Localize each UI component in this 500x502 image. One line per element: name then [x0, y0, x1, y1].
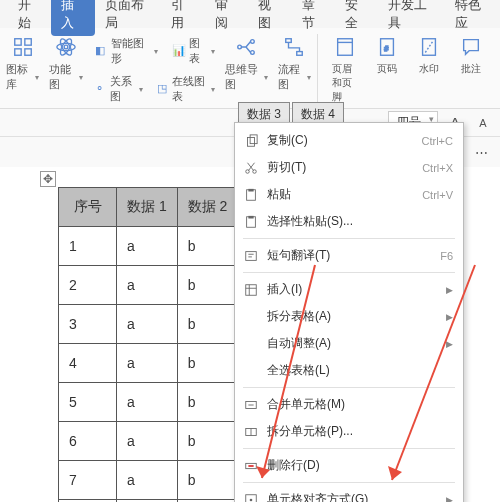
menu-tabs: 开始插入页面布局引用审阅视图章节安全开发工具特色应	[0, 0, 500, 28]
tab-5[interactable]: 视图	[248, 0, 291, 36]
ribbon-group-func[interactable]: 功能图▾	[49, 34, 82, 106]
ctx-G[interactable]: 单元格对齐方式(G)▶	[235, 486, 463, 502]
svg-rect-11	[286, 39, 292, 43]
svg-point-10	[251, 51, 255, 55]
table-row[interactable]: 1ab	[59, 227, 238, 266]
decrease-font-button[interactable]: A	[472, 112, 494, 134]
svg-point-33	[250, 498, 253, 501]
merge-icon	[243, 397, 259, 413]
ctx-A[interactable]: 自动调整(A)▶	[235, 330, 463, 357]
split-icon	[243, 424, 259, 440]
ctx-T[interactable]: 短句翻译(T)F6	[235, 242, 463, 269]
paste2-icon	[243, 214, 259, 230]
mind-icon	[233, 34, 259, 60]
blank-icon	[243, 336, 259, 352]
ribbon-group-iconlib[interactable]: 图标库▾	[6, 34, 39, 106]
table-header[interactable]: 数据 2	[177, 188, 238, 227]
shapes-icon: ◧	[95, 44, 109, 59]
svg-point-9	[251, 40, 255, 44]
ctx-P[interactable]: 拆分单元格(P)...	[235, 418, 463, 445]
svg-rect-24	[248, 188, 253, 191]
ctx-M[interactable]: 合并单元格(M)	[235, 391, 463, 418]
svg-line-18	[425, 42, 432, 53]
svg-rect-17	[423, 39, 436, 56]
table-row[interactable]: 2ab	[59, 266, 238, 305]
watermark-button[interactable]: 水印	[416, 34, 442, 106]
paste-icon	[243, 187, 259, 203]
table-header[interactable]: 序号	[59, 188, 117, 227]
svg-rect-0	[14, 39, 20, 45]
blank-icon	[243, 363, 259, 379]
svg-rect-28	[246, 284, 257, 295]
submenu-arrow-icon: ▶	[446, 495, 453, 503]
pagenum-icon: #	[374, 34, 400, 60]
tab-9[interactable]: 特色应	[445, 0, 500, 36]
table-row[interactable]: 4ab	[59, 344, 238, 383]
flow-icon	[281, 34, 307, 60]
svg-point-5	[57, 43, 75, 50]
tab-4[interactable]: 审阅	[205, 0, 248, 36]
mindmap-button[interactable]: 思维导图▾	[225, 34, 268, 106]
ctx-T[interactable]: 剪切(T)Ctrl+X	[235, 154, 463, 181]
align-icon	[243, 492, 259, 503]
label: 图标库	[6, 62, 33, 92]
svg-rect-20	[250, 134, 257, 143]
online-chart-button[interactable]: ◳在线图表▾	[155, 72, 217, 106]
comment-icon	[458, 34, 484, 60]
blank-icon	[243, 309, 259, 325]
svg-rect-27	[246, 251, 257, 260]
relation-button[interactable]: ⚬关系图▾	[93, 72, 145, 106]
grid-icon	[10, 34, 36, 60]
svg-text:#: #	[384, 44, 389, 53]
chevron-down-icon: ▾	[79, 73, 83, 82]
context-menu: 复制(C)Ctrl+C剪切(T)Ctrl+X粘贴Ctrl+V选择性粘贴(S)..…	[234, 122, 464, 502]
table-row[interactable]: 7ab	[59, 461, 238, 500]
submenu-arrow-icon: ▶	[446, 312, 453, 322]
table-row[interactable]: 6ab	[59, 422, 238, 461]
tab-6[interactable]: 章节	[292, 0, 335, 36]
svg-rect-32	[246, 494, 257, 502]
watermark-icon	[416, 34, 442, 60]
ctx-D[interactable]: 删除行(D)	[235, 452, 463, 479]
ctx-A[interactable]: 拆分表格(A)▶	[235, 303, 463, 330]
more-button[interactable]: ⋯	[470, 141, 492, 163]
smart-shapes-button[interactable]: ◧智能图形▾	[93, 34, 160, 68]
chart-button[interactable]: 📊图表▾	[170, 34, 217, 68]
tab-1[interactable]: 插入	[51, 0, 94, 36]
label: 功能图	[49, 62, 76, 92]
ctx-I[interactable]: 插入(I)▶	[235, 276, 463, 303]
table-move-handle[interactable]: ✥	[40, 171, 56, 187]
svg-rect-26	[248, 215, 253, 218]
cut-icon	[243, 160, 259, 176]
ctx-L[interactable]: 全选表格(L)	[235, 357, 463, 384]
tab-2[interactable]: 页面布局	[95, 0, 162, 36]
trans-icon	[243, 248, 259, 264]
table-row[interactable]: 3ab	[59, 305, 238, 344]
ribbon: 图标库▾ 功能图▾ ◧智能图形▾ 📊图表▾ ⚬关系图▾ ◳在线图表▾ 思维导图▾…	[0, 28, 500, 109]
ctx-S[interactable]: 选择性粘贴(S)...	[235, 208, 463, 235]
chart-icon: 📊	[172, 44, 186, 59]
relation-icon: ⚬	[95, 82, 107, 97]
tab-8[interactable]: 开发工具	[378, 0, 445, 36]
comment-button[interactable]: 批注	[458, 34, 484, 106]
submenu-arrow-icon: ▶	[446, 339, 453, 349]
svg-rect-12	[297, 52, 303, 56]
pagenum-button[interactable]: #页码	[374, 34, 400, 106]
table-header[interactable]: 数据 1	[117, 188, 178, 227]
copy-icon	[243, 133, 259, 149]
ctx-C[interactable]: 复制(C)Ctrl+C	[235, 127, 463, 154]
submenu-arrow-icon: ▶	[446, 285, 453, 295]
tab-3[interactable]: 引用	[161, 0, 204, 36]
svg-rect-13	[338, 39, 353, 56]
data-table[interactable]: 序号数据 1数据 21ab2ab3ab4ab5ab6ab7ab8ab9ab10a…	[58, 187, 238, 502]
flowchart-button[interactable]: 流程图▾	[278, 34, 318, 106]
tab-7[interactable]: 安全	[335, 0, 378, 36]
chevron-down-icon: ▾	[35, 73, 39, 82]
tab-0[interactable]: 开始	[8, 0, 51, 36]
header-footer-button[interactable]: 页眉和页脚	[332, 34, 358, 106]
atom-icon	[53, 34, 79, 60]
svg-rect-3	[25, 49, 31, 55]
ctx-[interactable]: 粘贴Ctrl+V	[235, 181, 463, 208]
table-row[interactable]: 5ab	[59, 383, 238, 422]
svg-rect-2	[14, 49, 20, 55]
